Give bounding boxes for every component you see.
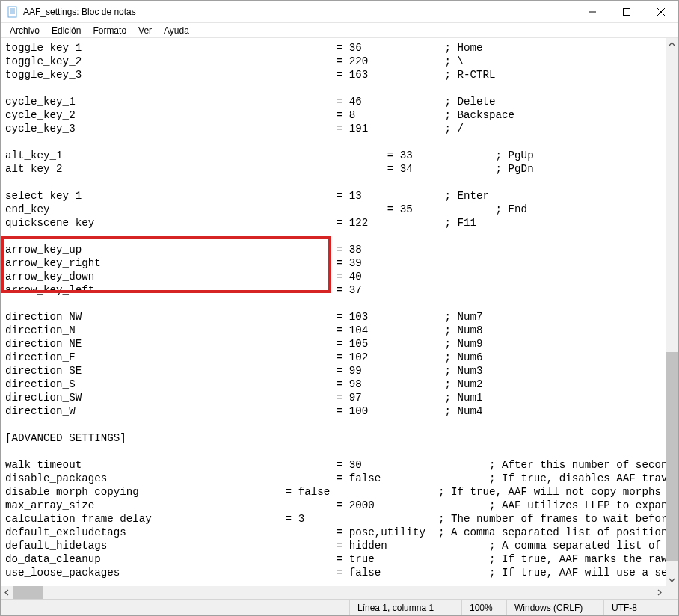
status-spacer <box>1 600 349 615</box>
status-line-ending: Windows (CRLF) <box>506 600 603 615</box>
minimize-button[interactable] <box>575 1 609 23</box>
statusbar: Línea 1, columna 1 100% Windows (CRLF) U… <box>1 599 678 615</box>
svg-rect-6 <box>624 8 630 15</box>
menu-formato[interactable]: Formato <box>87 25 132 37</box>
menu-ver[interactable]: Ver <box>132 25 158 37</box>
vertical-scrollbar[interactable] <box>666 38 678 586</box>
horizontal-scrollbar[interactable] <box>1 586 666 599</box>
menu-edicion[interactable]: Edición <box>46 25 87 37</box>
text-content[interactable]: toggle_key_1 = 36 ; Home toggle_key_2 = … <box>5 41 665 579</box>
scroll-corner <box>666 586 678 599</box>
text-area[interactable]: toggle_key_1 = 36 ; Home toggle_key_2 = … <box>1 38 678 599</box>
notepad-window: AAF_settings: Bloc de notas Archivo Edic… <box>0 0 679 616</box>
menu-ayuda[interactable]: Ayuda <box>158 25 195 37</box>
horizontal-scroll-thumb[interactable] <box>13 586 43 599</box>
vertical-scroll-thumb[interactable] <box>666 352 678 561</box>
scroll-down-icon[interactable] <box>666 573 678 586</box>
window-title: AAF_settings: Bloc de notas <box>23 7 136 17</box>
scroll-left-icon[interactable] <box>1 586 13 599</box>
status-cursor: Línea 1, columna 1 <box>349 600 461 615</box>
menu-archivo[interactable]: Archivo <box>4 25 46 37</box>
menubar: Archivo Edición Formato Ver Ayuda <box>1 23 678 38</box>
status-encoding: UTF-8 <box>603 600 678 615</box>
close-button[interactable] <box>644 1 678 23</box>
content-wrap: toggle_key_1 = 36 ; Home toggle_key_2 = … <box>1 38 678 599</box>
titlebar[interactable]: AAF_settings: Bloc de notas <box>1 1 678 23</box>
scroll-up-icon[interactable] <box>666 38 678 51</box>
scroll-right-icon[interactable] <box>653 586 666 599</box>
status-zoom: 100% <box>461 600 506 615</box>
notepad-icon <box>7 6 19 18</box>
maximize-button[interactable] <box>609 1 644 23</box>
